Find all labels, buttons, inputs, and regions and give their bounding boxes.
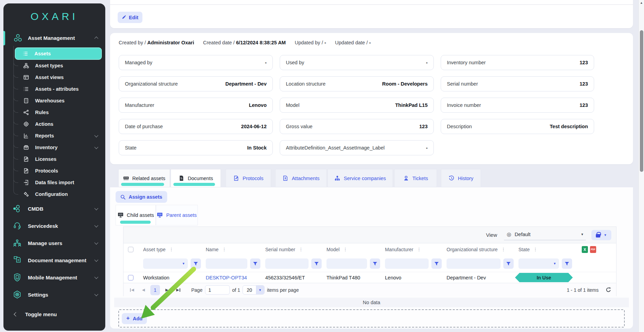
column-menu-icon[interactable]: ⋮ xyxy=(343,247,347,252)
sidebar-item-protocols[interactable]: Protocols xyxy=(3,165,105,177)
filter-button[interactable] xyxy=(562,258,572,269)
filter-state: ▼ xyxy=(518,258,577,269)
sidebar-item-manage-users[interactable]: Manage users xyxy=(3,234,105,252)
column-header-org-structure[interactable]: Organizational structure⋮ xyxy=(447,247,518,252)
column-menu-icon[interactable]: ⋮ xyxy=(222,247,226,252)
sidebar-item-asset-management[interactable]: Asset Management xyxy=(3,30,105,45)
sidebar-item-settings[interactable]: Settings xyxy=(3,286,105,303)
target-icon xyxy=(23,121,29,127)
tab-protocols[interactable]: Protocols xyxy=(226,169,271,187)
edit-button[interactable]: Edit xyxy=(118,12,142,23)
filter-button[interactable] xyxy=(191,258,201,269)
field-location-structure: Location structureRoom - Developers xyxy=(280,76,434,91)
export-icons: X PDF xyxy=(582,246,616,253)
filter-name xyxy=(206,258,265,269)
column-header-model[interactable]: Model⋮ xyxy=(326,247,385,252)
sidebar-item-inventory[interactable]: Inventory xyxy=(3,142,105,153)
sidebar-item-servicedesk[interactable]: Servicedesk xyxy=(3,217,105,234)
page-number-input[interactable] xyxy=(205,285,230,295)
tab-service-companies[interactable]: Service companies xyxy=(328,169,393,187)
filter-serial-number xyxy=(265,258,326,269)
sidebar-item-mobile-management[interactable]: Mobile Management xyxy=(3,269,105,286)
list-icon xyxy=(22,51,28,57)
scrollbar[interactable]: ▲ xyxy=(638,0,644,332)
column-menu-icon[interactable]: ⋮ xyxy=(501,247,506,252)
sidebar-item-asset-types[interactable]: Asset types xyxy=(3,60,105,71)
field-managed-by: Managed by- xyxy=(119,55,273,70)
cell-serial-number: 456233/32546/ET xyxy=(265,275,326,280)
column-header-name[interactable]: Name⋮ xyxy=(206,247,265,252)
filter-input-org-structure[interactable] xyxy=(447,258,501,269)
sidebar-item-assets-attributes[interactable]: Assets - attributes xyxy=(3,83,105,95)
sidebar-item-rules[interactable]: Rules xyxy=(3,107,105,118)
column-menu-icon[interactable]: ⋮ xyxy=(417,247,421,252)
column-menu-icon[interactable]: ⋮ xyxy=(299,247,303,252)
column-header-manufacturer[interactable]: Manufacturer⋮ xyxy=(385,247,447,252)
filter-input-name[interactable] xyxy=(206,258,247,269)
column-menu-icon[interactable]: ⋮ xyxy=(533,247,538,252)
filter-button[interactable] xyxy=(250,258,260,269)
sidebar-item-cmdb[interactable]: CMDB xyxy=(3,200,105,217)
filter-button[interactable] xyxy=(431,258,442,269)
sidebar-item-assets[interactable]: Assets xyxy=(15,47,102,60)
filter-input-state[interactable]: ▼ xyxy=(518,258,559,269)
filter-input-model[interactable] xyxy=(326,258,367,269)
select-all-checkbox[interactable] xyxy=(128,247,133,252)
filter-button[interactable] xyxy=(370,258,380,269)
sidebar-item-licenses[interactable]: Licenses xyxy=(3,153,105,165)
column-header-asset-type[interactable]: Asset type⋮ xyxy=(143,247,206,252)
sidebar-item-asset-views[interactable]: Asset views xyxy=(3,71,105,83)
grid-toolbar: View ◎ Default ▼ ▼ xyxy=(124,227,616,243)
sidebar-item-reports[interactable]: Reports xyxy=(3,130,105,142)
sidebar-item-actions[interactable]: Actions xyxy=(3,118,105,130)
last-page-button[interactable]: ▶ xyxy=(174,285,183,295)
filter-input-serial-number[interactable] xyxy=(265,258,309,269)
scrollbar-thumb[interactable] xyxy=(640,30,643,172)
column-header-serial-number[interactable]: Serial number⋮ xyxy=(265,247,326,252)
column-menu-icon[interactable]: ⋮ xyxy=(169,247,173,252)
mobile-shield-icon xyxy=(12,273,22,282)
items-per-page-label: items per page xyxy=(267,287,299,293)
export-excel-icon[interactable]: X xyxy=(582,246,588,253)
cell-name-link[interactable]: DESKTOP-OPT34 xyxy=(206,275,265,280)
first-page-button[interactable]: ◀ xyxy=(128,285,137,295)
hexagon-cluster-icon xyxy=(13,33,22,43)
assign-assets-button[interactable]: Assign assets xyxy=(116,191,167,203)
sidebar-item-data-files-import[interactable]: Data files import xyxy=(3,177,105,188)
previous-page-button[interactable]: ◀ xyxy=(139,285,148,295)
column-header-state[interactable]: State⋮ xyxy=(518,247,577,252)
subtab-child-assets[interactable]: Child assets xyxy=(116,205,156,225)
table-row[interactable]: Workstation DESKTOP-OPT34 456233/32546/E… xyxy=(124,272,616,283)
sidebar-item-configuration[interactable]: Configuration xyxy=(3,188,105,200)
sidebar-item-warehouses[interactable]: Warehouses xyxy=(3,95,105,107)
add-button[interactable]: + Add xyxy=(122,313,147,324)
cell-org-structure: Department - Dev xyxy=(447,275,518,280)
refresh-icon[interactable] xyxy=(605,287,611,293)
items-per-page-select[interactable]: 20 ▼ xyxy=(243,285,265,295)
tab-history[interactable]: History xyxy=(441,169,481,187)
filter-button[interactable] xyxy=(311,258,322,269)
view-dropdown[interactable]: ◎ Default ▼ xyxy=(504,230,586,240)
scroll-up-icon[interactable]: ▲ xyxy=(640,1,643,4)
items-range-label: 1 - 1 of 1 items xyxy=(567,287,599,293)
export-pdf-icon[interactable]: PDF xyxy=(590,246,596,253)
row-checkbox[interactable] xyxy=(128,275,133,280)
plus-icon: + xyxy=(126,315,130,322)
add-dropzone: + Add xyxy=(118,309,625,328)
tab-related-assets[interactable]: Related assets xyxy=(118,169,170,187)
filter-input-asset-type[interactable]: ▼ xyxy=(143,258,188,269)
chevron-down-icon xyxy=(94,275,98,279)
filter-input-manufacturer[interactable] xyxy=(385,258,429,269)
subtab-parent-assets[interactable]: Parent assets xyxy=(156,205,198,225)
pagination-summary: 1 - 1 of 1 items xyxy=(567,287,611,293)
tab-tickets[interactable]: Tickets xyxy=(394,169,437,187)
created-by: Created by / Administrator Oxari xyxy=(119,40,194,45)
toggle-menu-button[interactable]: Toggle menu xyxy=(3,307,105,321)
lock-view-button[interactable]: ▼ xyxy=(591,230,611,240)
next-page-button[interactable]: ▶ xyxy=(162,285,171,295)
sidebar-item-document-management[interactable]: Document management xyxy=(3,252,105,269)
tab-documents[interactable]: Documents xyxy=(171,169,221,187)
page-1-button[interactable]: 1 xyxy=(150,285,160,295)
tab-attachments[interactable]: Attachments xyxy=(275,169,327,187)
filter-button[interactable] xyxy=(503,258,514,269)
